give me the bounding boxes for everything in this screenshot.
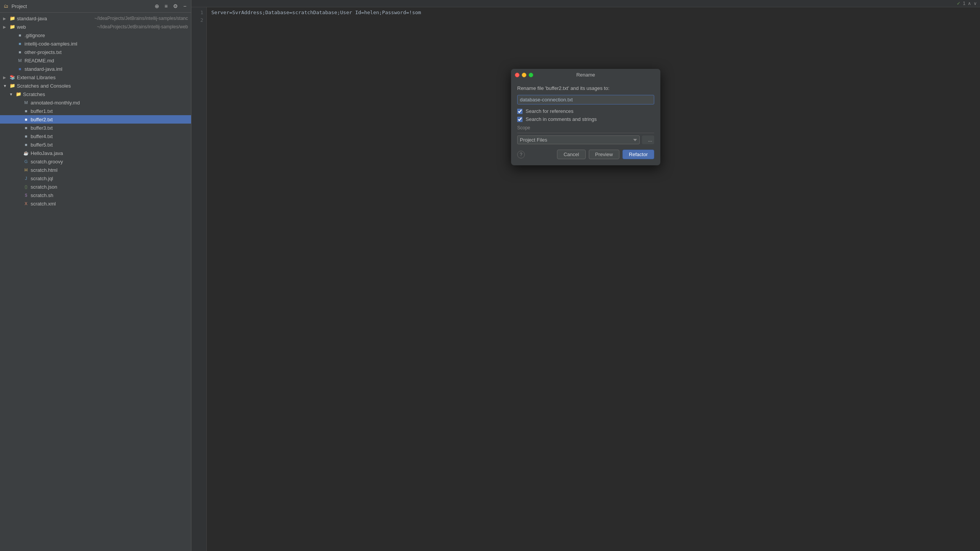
tree-item-label: Scratches and Consoles: [17, 83, 188, 89]
file-icon: $: [23, 192, 29, 198]
expand-arrow: ▼: [9, 92, 14, 96]
expand-arrow: ▶: [3, 25, 8, 29]
file-icon: ■: [23, 108, 29, 114]
sidebar-item-scratch-html[interactable]: ▶ H scratch.html: [0, 166, 191, 174]
file-icon: M: [23, 99, 29, 106]
scope-row: Project Files All Places Module Director…: [517, 135, 654, 144]
preview-button[interactable]: Preview: [589, 150, 619, 159]
file-icon: ☕: [23, 150, 29, 156]
sidebar-item-gitignore[interactable]: ▶ ■ .gitignore: [0, 31, 191, 39]
sidebar-item-readme[interactable]: ▶ M README.md: [0, 56, 191, 65]
project-sidebar: 🗂 Project ⊕ ≡ ⚙ − ▶ 📁 standard-java ~/Id…: [0, 0, 191, 551]
dialog-body: Rename file 'buffer2.txt' and its usages…: [511, 81, 660, 165]
search-comments-label: Search in comments and strings: [526, 116, 597, 122]
project-folder-icon: 🗂: [3, 3, 9, 9]
sidebar-item-standard-java-iml[interactable]: ▶ ■ standard-java.iml: [0, 65, 191, 73]
sidebar-item-buffer1[interactable]: ▶ ■ buffer1.txt: [0, 107, 191, 115]
tree-item-label: web: [17, 24, 94, 30]
scope-label: Scope: [517, 125, 654, 130]
sidebar-item-external-libraries[interactable]: ▶ 📚 External Libraries: [0, 73, 191, 82]
scope-more-button[interactable]: ...: [642, 135, 654, 144]
sync-icon[interactable]: ⊕: [153, 2, 161, 10]
sidebar-item-scratch-sh[interactable]: ▶ $ scratch.sh: [0, 191, 191, 199]
file-icon: ■: [23, 125, 29, 131]
tree-item-label: .gitignore: [24, 33, 188, 38]
dialog-overlay: Rename Rename file 'buffer2.txt' and its…: [191, 0, 980, 551]
sidebar-item-buffer4[interactable]: ▶ ■ buffer4.txt: [0, 132, 191, 140]
sidebar-item-hellojava[interactable]: ▶ ☕ HelloJava.java: [0, 149, 191, 157]
tree-item-label: Scratches: [23, 91, 188, 97]
expand-arrow: ▶: [3, 75, 8, 80]
minimize-button[interactable]: [522, 73, 526, 77]
tree-item-label: scratch.html: [31, 167, 188, 173]
file-icon: X: [23, 201, 29, 207]
sidebar-item-buffer3[interactable]: ▶ ■ buffer3.txt: [0, 124, 191, 132]
maximize-button[interactable]: [529, 73, 533, 77]
sidebar-item-web[interactable]: ▶ 📁 web ~/IdeaProjects/JetBrains/intelli…: [0, 23, 191, 31]
tree-item-sublabel: ~/IdeaProjects/JetBrains/intellij-sample…: [95, 16, 188, 21]
tree-item-label: intellij-code-samples.iml: [24, 41, 188, 47]
close-button[interactable]: [515, 73, 519, 77]
tree-item-label: External Libraries: [17, 75, 188, 80]
rename-input[interactable]: [517, 95, 654, 104]
file-icon: ■: [17, 66, 23, 72]
search-references-row: Search for references: [517, 108, 654, 114]
sidebar-item-scratches-consoles[interactable]: ▼ 📁 Scratches and Consoles: [0, 82, 191, 90]
expand-arrow: ▶: [3, 16, 8, 21]
file-icon: ■: [17, 32, 23, 38]
tree-item-label: standard-java.iml: [24, 66, 188, 72]
sidebar-item-buffer5[interactable]: ▶ ■ buffer5.txt: [0, 140, 191, 149]
file-icon: ■: [17, 49, 23, 55]
sidebar-item-scratch-xml[interactable]: ▶ X scratch.xml: [0, 199, 191, 208]
tree-item-label: other-projects.txt: [24, 49, 188, 55]
tree-item-label: README.md: [24, 58, 188, 64]
sidebar-item-scratch-json[interactable]: ▶ {} scratch.json: [0, 183, 191, 191]
tree-item-label: buffer4.txt: [31, 134, 188, 139]
dialog-titlebar: Rename: [511, 69, 660, 81]
sidebar-item-other-projects[interactable]: ▶ ■ other-projects.txt: [0, 48, 191, 56]
file-icon: M: [17, 57, 23, 64]
search-references-checkbox[interactable]: [517, 109, 523, 114]
tree-item-label: scratch.sh: [31, 192, 188, 198]
minimize-icon[interactable]: −: [182, 2, 188, 10]
cancel-button[interactable]: Cancel: [557, 150, 585, 159]
tree-item-label: buffer2.txt: [31, 117, 188, 122]
scope-select[interactable]: Project Files All Places Module Director…: [517, 135, 640, 144]
tree-view: ▶ 📁 standard-java ~/IdeaProjects/JetBrai…: [0, 13, 191, 551]
file-icon: J: [23, 175, 29, 181]
editor-area: ✓ 1 ∧ ∨ 1 2 Server=SvrAddress;Database=s…: [191, 0, 980, 551]
help-button[interactable]: ?: [517, 151, 525, 158]
tree-item-label: buffer1.txt: [31, 108, 188, 114]
file-icon: ■: [23, 116, 29, 122]
rename-dialog: Rename Rename file 'buffer2.txt' and its…: [511, 69, 660, 165]
tree-item-label: scratch.groovy: [31, 159, 188, 165]
sidebar-item-scratches[interactable]: ▼ 📁 Scratches: [0, 90, 191, 98]
dialog-title: Rename: [576, 72, 595, 78]
folder-icon: 📁: [9, 83, 15, 89]
expand-arrow: ▼: [3, 84, 8, 88]
tree-item-sublabel: ~/IdeaProjects/JetBrains/intellij-sample…: [97, 24, 188, 29]
file-icon: {}: [23, 184, 29, 190]
scope-divider: [517, 133, 654, 133]
tree-item-label: buffer5.txt: [31, 142, 188, 148]
file-icon: ■: [23, 133, 29, 139]
tree-item-label: standard-java: [17, 16, 91, 21]
tree-item-label: scratch.jql: [31, 176, 188, 181]
traffic-lights: [515, 73, 533, 77]
sidebar-item-annotated[interactable]: ▶ M annotated-monthly.md: [0, 98, 191, 107]
settings-icon[interactable]: ≡: [163, 2, 169, 10]
folder-icon: 📁: [9, 15, 15, 21]
gear-icon[interactable]: ⚙: [172, 2, 180, 10]
file-icon: H: [23, 167, 29, 173]
sidebar-item-buffer2[interactable]: ▶ ■ buffer2.txt: [0, 115, 191, 124]
sidebar-item-standard-java[interactable]: ▶ 📁 standard-java ~/IdeaProjects/JetBrai…: [0, 14, 191, 23]
tree-item-label: buffer3.txt: [31, 125, 188, 131]
file-icon: ■: [23, 142, 29, 148]
sidebar-item-scratch-jql[interactable]: ▶ J scratch.jql: [0, 174, 191, 183]
sidebar-item-scratch-groovy[interactable]: ▶ G scratch.groovy: [0, 157, 191, 166]
sidebar-header: 🗂 Project ⊕ ≡ ⚙ −: [0, 0, 191, 13]
search-comments-checkbox[interactable]: [517, 117, 523, 122]
sidebar-item-iml[interactable]: ▶ ■ intellij-code-samples.iml: [0, 39, 191, 48]
search-references-label: Search for references: [526, 108, 573, 114]
refactor-button[interactable]: Refactor: [622, 150, 654, 159]
